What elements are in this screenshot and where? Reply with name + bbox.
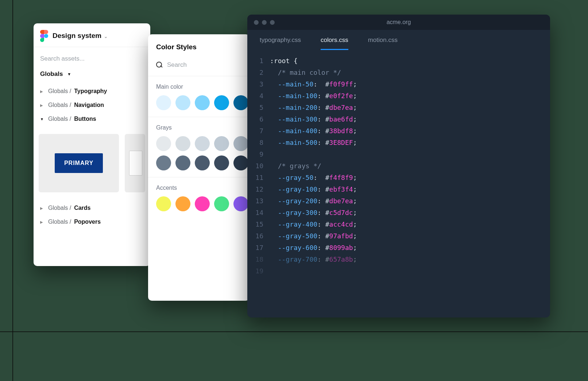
color-swatch[interactable] <box>233 136 248 151</box>
tree-item-typography[interactable]: Globals / Typography <box>36 84 147 98</box>
swatch-row-accents <box>156 196 241 211</box>
color-swatch[interactable] <box>233 95 248 110</box>
color-swatch[interactable] <box>156 155 171 170</box>
color-swatch[interactable] <box>195 136 210 151</box>
style-group-label: Grays <box>156 124 241 131</box>
style-group-accents: Accents <box>148 177 249 218</box>
style-group-grays: Grays <box>148 117 249 177</box>
assets-search-input[interactable]: Search assets... <box>34 47 150 65</box>
figma-file-title-text: Design system <box>53 32 101 39</box>
style-group-label: Main color <box>156 84 241 90</box>
code-gutter: 12345678910111213141516171819 <box>247 55 270 277</box>
assets-section-label: Globals <box>40 70 63 78</box>
assets-tree-continued: Globals / CardsGlobals / Popovers <box>34 200 150 232</box>
swatch-row-grays-dark <box>156 155 241 170</box>
style-group-main: Main color <box>148 76 249 117</box>
tree-item-navigation[interactable]: Globals / Navigation <box>36 98 147 112</box>
figma-header: Design system ⌄ <box>34 23 150 47</box>
style-group-label: Accents <box>156 185 241 191</box>
color-swatch[interactable] <box>156 95 171 110</box>
swatch-row-grays-light <box>156 136 241 151</box>
color-swatch[interactable] <box>175 155 190 170</box>
secondary-button-sample <box>129 151 142 176</box>
tree-item-cards[interactable]: Globals / Cards <box>36 201 147 215</box>
color-swatch[interactable] <box>156 136 171 151</box>
color-styles-panel: Color Styles Search Main color Grays Acc… <box>148 34 249 301</box>
code-editor-tabs: typography.csscolors.cssmotion.css <box>247 30 550 50</box>
code-lines[interactable]: :root { /* main color */ --main-50: #f0f… <box>270 55 550 277</box>
tab-typography-css[interactable]: typography.css <box>260 36 301 50</box>
color-swatch[interactable] <box>214 196 229 211</box>
preview-tile-primary[interactable]: PRIMARY <box>39 134 119 192</box>
color-swatch[interactable] <box>233 155 248 170</box>
code-editor-window: acme.org typography.csscolors.cssmotion.… <box>247 15 550 318</box>
code-editor-titlebar: acme.org <box>247 15 550 30</box>
tree-item-popovers[interactable]: Globals / Popovers <box>36 215 147 229</box>
preview-tile-secondary[interactable] <box>125 134 145 192</box>
assets-section-globals[interactable]: Globals <box>34 65 150 83</box>
color-swatch[interactable] <box>214 136 229 151</box>
figma-assets-panel: Design system ⌄ Search assets... Globals… <box>34 23 150 266</box>
code-editor-url: acme.org <box>247 19 550 26</box>
code-editor-body: 12345678910111213141516171819 :root { /*… <box>247 50 550 277</box>
color-swatch[interactable] <box>175 95 190 110</box>
color-styles-search[interactable]: Search <box>148 58 249 76</box>
color-swatch[interactable] <box>233 196 248 211</box>
search-icon <box>156 62 163 68</box>
tab-motion-css[interactable]: motion.css <box>368 36 398 50</box>
assets-tree: Globals / TypographyGlobals / Navigation… <box>34 83 150 129</box>
button-previews: PRIMARY <box>34 129 150 200</box>
color-swatch[interactable] <box>195 196 210 211</box>
swatch-row-main <box>156 95 241 110</box>
figma-logo-icon <box>40 30 48 42</box>
tab-colors-css[interactable]: colors.css <box>321 36 348 50</box>
color-swatch[interactable] <box>156 196 171 211</box>
color-swatch[interactable] <box>175 136 190 151</box>
primary-button-sample: PRIMARY <box>55 153 103 173</box>
color-styles-title: Color Styles <box>148 34 249 58</box>
color-swatch[interactable] <box>195 95 210 110</box>
decorative-vertical-line <box>12 0 13 381</box>
figma-file-title[interactable]: Design system ⌄ <box>53 32 108 40</box>
color-styles-search-placeholder: Search <box>167 61 187 69</box>
chevron-down-icon: ⌄ <box>104 34 108 39</box>
color-swatch[interactable] <box>214 95 229 110</box>
color-swatch[interactable] <box>175 196 190 211</box>
color-swatch[interactable] <box>214 155 229 170</box>
color-swatch[interactable] <box>195 155 210 170</box>
tree-item-buttons[interactable]: Globals / Buttons <box>36 112 147 126</box>
